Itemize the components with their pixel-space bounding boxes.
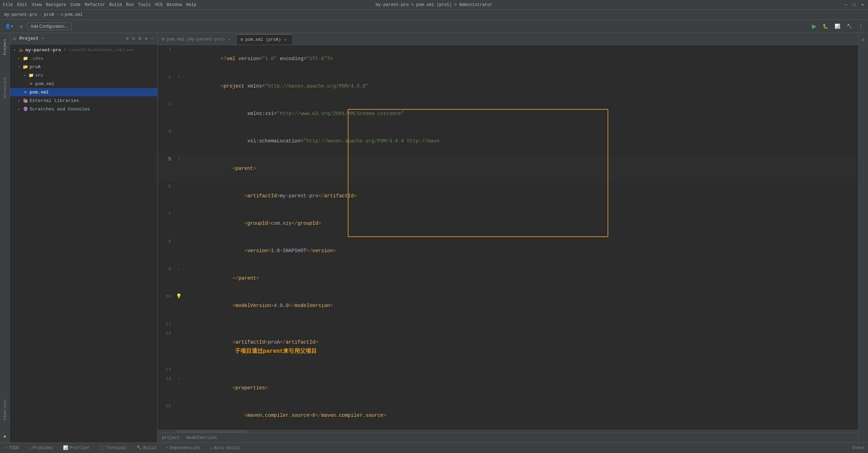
tree-pom-proa[interactable]: m pom.xml xyxy=(10,79,157,88)
gutter-9[interactable]: ▸ xyxy=(175,264,182,274)
gutter-14[interactable]: ▾ xyxy=(175,374,182,383)
line-num-3: 3 xyxy=(158,100,175,109)
line-content-4[interactable]: xsi:schemaLocation="http://maven.apache.… xyxy=(182,127,858,155)
gutter-5[interactable]: ▾ xyxy=(175,155,182,164)
panel-dropdown-icon[interactable]: ▾ xyxy=(42,36,45,41)
collapse-all-icon[interactable]: ⊟ xyxy=(132,35,136,42)
profile-run-icon[interactable]: 📊 xyxy=(832,22,842,31)
menu-help[interactable]: Help xyxy=(186,2,196,7)
tree-pom-root[interactable]: m pom.xml xyxy=(10,88,157,96)
event-log-label[interactable]: Event xyxy=(853,446,865,451)
tab-pom-proa[interactable]: m pom.xml (proA) ✕ xyxy=(237,34,293,45)
proa-arrow xyxy=(17,65,21,69)
bottom-problems[interactable]: ⚠ Problems xyxy=(27,443,55,453)
code-line-5: 5 ▾ <parent> xyxy=(158,155,858,182)
bookmark-icon[interactable]: ★ xyxy=(3,433,7,440)
scrollbar-thumb[interactable] xyxy=(177,430,247,433)
bottom-terminal[interactable]: ⬛ Terminal xyxy=(98,443,129,453)
favorites-tab[interactable]: Favorites xyxy=(3,396,7,423)
menu-refactor[interactable]: Refactor xyxy=(85,2,105,7)
profile-icon[interactable]: 👤▾ xyxy=(3,22,15,31)
run-button[interactable]: ▶ xyxy=(810,22,818,30)
expand-all-icon[interactable]: ⊞ xyxy=(138,35,142,42)
line-content-14[interactable]: <properties> xyxy=(182,374,858,402)
breadcrumb-root[interactable]: my-parent-pro xyxy=(4,12,37,17)
bottom-profiler[interactable]: 📊 Profiler xyxy=(61,443,92,453)
gutter-10[interactable]: 💡 xyxy=(175,292,182,301)
scratches-arrow xyxy=(17,107,21,111)
line-num-12: 12 xyxy=(158,328,175,338)
project-panel: 🗂 Project ▾ ⊕ ⊟ ⊞ ⚙ ─ 🗂 my-parent-pro F:… xyxy=(10,33,158,442)
line-content-7[interactable]: <groupId>com.xzy</groupId> xyxy=(182,210,858,237)
line-num-14: 14 xyxy=(158,374,175,383)
settings-icon[interactable]: ⚙ xyxy=(144,35,148,42)
add-configuration-button[interactable]: Add Configuration... xyxy=(27,23,72,30)
line-content-12[interactable]: <artifactId>proA</artifactId> 子项目通过paren… xyxy=(182,328,858,365)
bottom-build[interactable]: 🔨 Build xyxy=(134,443,158,453)
line-num-9: 9 xyxy=(158,264,175,274)
tree-src[interactable]: 📁 src xyxy=(10,71,157,79)
navigate-back-icon[interactable]: ◁ xyxy=(18,22,25,31)
terminal-icon: ⬛ xyxy=(100,445,105,451)
build-icon: 🔨 xyxy=(137,445,142,451)
code-line-1: 1 <?xml version="1.0" encoding="UTF-8"?> xyxy=(158,45,858,72)
line-content-10[interactable]: <modelVersion>4.0.0</modelVersion> xyxy=(182,292,858,319)
more-icon[interactable]: ⋮ xyxy=(856,22,865,31)
tab-proa-close[interactable]: ✕ xyxy=(283,37,288,42)
breadcrumb-proa[interactable]: proA xyxy=(44,12,54,17)
menu-edit[interactable]: Edit xyxy=(17,2,27,7)
project-tab[interactable]: Project xyxy=(3,36,7,58)
horizontal-scrollbar[interactable] xyxy=(158,430,858,433)
line-content-15[interactable]: <maven.compiler.source>8</maven.compiler… xyxy=(182,402,858,429)
line-content-1[interactable]: <?xml version="1.0" encoding="UTF-8"?> xyxy=(182,45,858,72)
line-content-9[interactable]: </parent> xyxy=(182,264,858,292)
line-content-16[interactable]: <maven.compiler.target>8</maven.compiler… xyxy=(182,429,858,430)
menu-build[interactable]: Build xyxy=(109,2,122,7)
project-tree: 🗂 my-parent-pro F:\java19\day32[maven_js… xyxy=(10,44,157,442)
maximize-icon[interactable]: □ xyxy=(852,2,857,7)
tab-parent-close[interactable]: ✕ xyxy=(227,37,232,42)
menu-vcs[interactable]: VCS xyxy=(155,2,163,7)
line-content-3[interactable]: xmlns:xsi="http://www.w3.org/2001/XMLSch… xyxy=(182,100,858,127)
title-center: my-parent-pro > pom.xml (pro1) > Adminis… xyxy=(376,2,492,7)
menu-window[interactable]: Window xyxy=(167,2,182,7)
minimize-icon[interactable]: ─ xyxy=(843,2,849,7)
editor-area: m pom.xml (my-parent-pro) ✕ m pom.xml (p… xyxy=(158,33,858,442)
menu-tools[interactable]: Tools xyxy=(138,2,151,7)
menu-navigate[interactable]: Navigate xyxy=(46,2,66,7)
tree-scratches[interactable]: 🔮 Scratches and Consoles xyxy=(10,105,157,113)
close-icon[interactable]: ✕ xyxy=(860,2,865,7)
file-icon: m xyxy=(61,12,63,17)
right-icon-1[interactable]: ⚙ xyxy=(861,36,866,44)
menu-view[interactable]: View xyxy=(32,2,42,7)
line-content-5[interactable]: <parent> xyxy=(182,155,858,182)
code-line-4: 4 xsi:schemaLocation="http://maven.apach… xyxy=(158,127,858,155)
menu-run[interactable]: Run xyxy=(126,2,134,7)
editor-content[interactable]: 1 <?xml version="1.0" encoding="UTF-8"?>… xyxy=(158,45,858,430)
structure-tab[interactable]: Structure xyxy=(3,75,7,101)
menu-file[interactable]: File xyxy=(3,2,13,7)
code-line-8: 8 <version>1.0-SNAPSHOT</version> xyxy=(158,237,858,264)
bottom-dependencies[interactable]: ⚡ Dependencies xyxy=(164,443,202,453)
tree-root[interactable]: 🗂 my-parent-pro F:\java19\day32[maven_js… xyxy=(10,46,157,54)
root-folder-icon: 🗂 xyxy=(18,47,24,53)
gutter-2[interactable]: ▾ xyxy=(175,72,182,82)
line-num-1: 1 xyxy=(158,45,175,54)
menu-bar[interactable]: File Edit View Navigate Code Refactor Bu… xyxy=(3,2,196,7)
line-content-8[interactable]: <version>1.0-SNAPSHOT</version> xyxy=(182,237,858,264)
bottom-todo[interactable]: ✓ TODO xyxy=(3,443,21,453)
tree-ext-lib[interactable]: 📚 External Libraries xyxy=(10,96,157,105)
tree-idea[interactable]: 📁 .idea xyxy=(10,54,157,63)
code-line-10: 10 💡 <modelVersion>4.0.0</modelVersion> xyxy=(158,292,858,319)
pom-root-icon: m xyxy=(23,89,28,95)
tree-proa[interactable]: 📂 proA xyxy=(10,63,157,71)
line-content-2[interactable]: <project xmlns="http://maven.apache.org/… xyxy=(182,72,858,100)
locate-icon[interactable]: ⊕ xyxy=(125,35,130,42)
build-icon[interactable]: 🔨 xyxy=(844,22,854,31)
line-content-6[interactable]: <artifactId>my-parent-pro</artifactId> xyxy=(182,182,858,210)
debug-icon[interactable]: 🐛 xyxy=(820,22,830,31)
menu-code[interactable]: Code xyxy=(70,2,81,7)
close-panel-icon[interactable]: ─ xyxy=(150,35,155,42)
tab-pom-parent[interactable]: m pom.xml (my-parent-pro) ✕ xyxy=(158,34,237,45)
bottom-auto-build[interactable]: ⚠ Auto-build xyxy=(208,443,241,453)
